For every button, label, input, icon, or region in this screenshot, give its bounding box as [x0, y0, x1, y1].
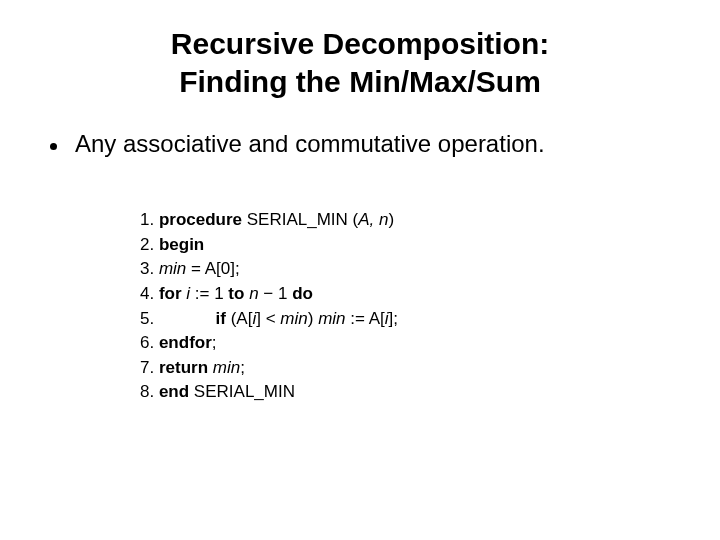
bullet-dot-icon: [50, 143, 57, 150]
code-line-2: 2. begin: [140, 233, 670, 258]
code-line-1: 1. procedure SERIAL_MIN (A, n): [140, 208, 670, 233]
code-line-3: 3. min = A[0];: [140, 257, 670, 282]
title-line-1: Recursive Decomposition:: [50, 25, 670, 63]
code-line-7: 7. return min;: [140, 356, 670, 381]
code-line-5: 5. if (A[i] < min) min := A[i];: [140, 307, 670, 332]
bullet-text: Any associative and commutative operatio…: [75, 130, 545, 158]
slide-title: Recursive Decomposition: Finding the Min…: [50, 25, 670, 100]
bullet-item: Any associative and commutative operatio…: [50, 130, 670, 158]
title-line-2: Finding the Min/Max/Sum: [50, 63, 670, 101]
code-line-4: 4. for i := 1 to n − 1 do: [140, 282, 670, 307]
code-line-8: 8. end SERIAL_MIN: [140, 380, 670, 405]
code-line-6: 6. endfor;: [140, 331, 670, 356]
pseudocode-block: 1. procedure SERIAL_MIN (A, n) 2. begin …: [140, 208, 670, 405]
